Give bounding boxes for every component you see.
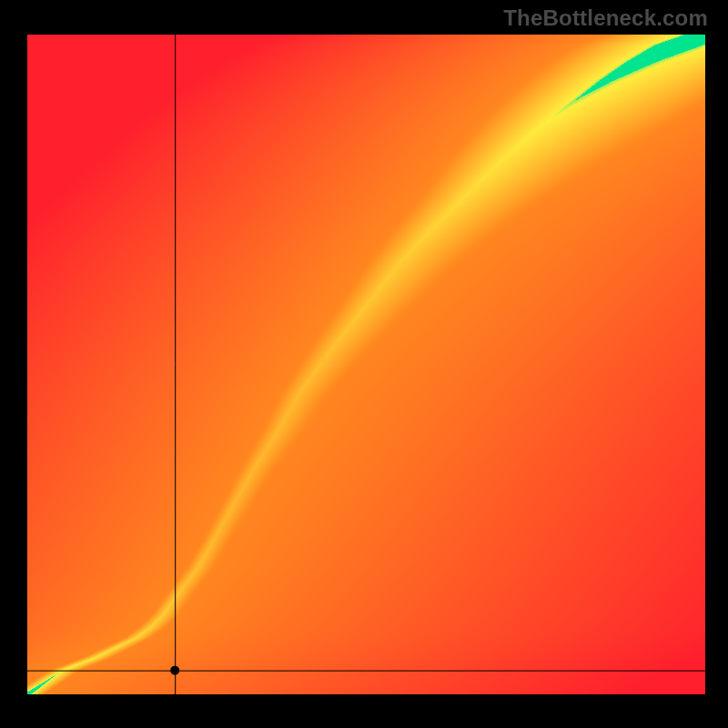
chart-frame: TheBottleneck.com [0, 0, 728, 728]
watermark-text: TheBottleneck.com [503, 5, 708, 31]
heatmap-canvas [27, 35, 705, 694]
